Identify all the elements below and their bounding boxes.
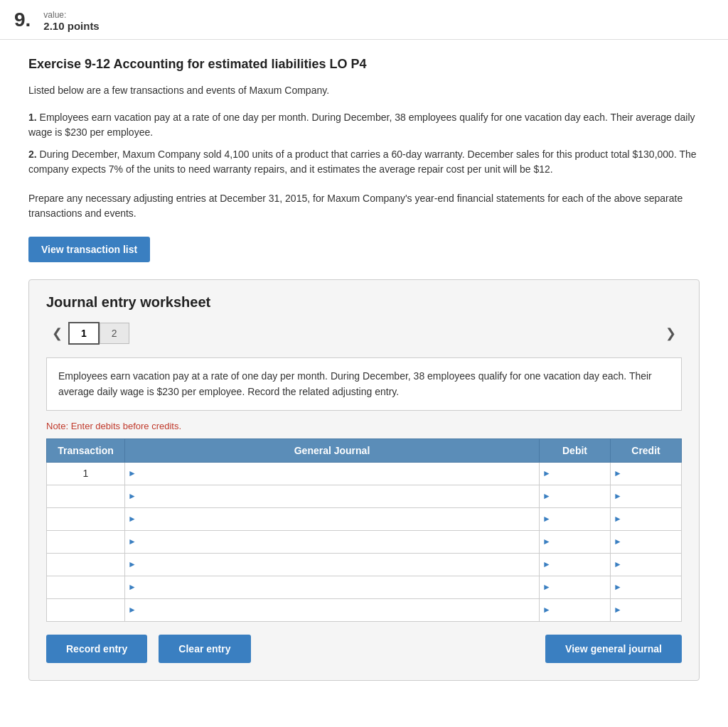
- credit-arrow-icon: ►: [614, 605, 622, 615]
- col-header-credit: Credit: [611, 438, 682, 462]
- journal-input-cell[interactable]: ►: [125, 553, 540, 576]
- record-entry-button[interactable]: Record entry: [46, 635, 147, 663]
- credit-input-cell[interactable]: ►: [611, 598, 682, 621]
- transaction-text-2: During December, Maxum Company sold 4,10…: [28, 149, 697, 175]
- credit-arrow-icon: ►: [614, 491, 622, 501]
- transaction-cell: [47, 507, 125, 530]
- question-number: 9.: [14, 10, 31, 30]
- credit-arrow-icon: ►: [614, 582, 622, 592]
- view-transaction-button[interactable]: View transaction list: [28, 237, 150, 262]
- journal-input[interactable]: [125, 508, 539, 530]
- journal-input-cell[interactable]: ►: [125, 462, 540, 485]
- transactions-list: 1. Employees earn vacation pay at a rate…: [28, 110, 700, 177]
- intro-text: Listed below are a few transactions and …: [28, 85, 700, 96]
- journal-table: Transaction General Journal Debit Credit…: [46, 438, 682, 622]
- debit-input-cell[interactable]: ►: [540, 462, 611, 485]
- journal-input-cell[interactable]: ►: [125, 530, 540, 553]
- journal-arrow-icon: ►: [128, 468, 136, 478]
- action-buttons: Record entry Clear entry View general jo…: [46, 635, 682, 663]
- journal-input[interactable]: [125, 463, 539, 485]
- journal-arrow-icon: ►: [128, 582, 136, 592]
- debit-arrow-icon: ►: [542, 514, 551, 524]
- journal-input[interactable]: [125, 599, 539, 621]
- prev-tab-button[interactable]: ❮: [46, 323, 68, 344]
- col-header-debit: Debit: [540, 438, 611, 462]
- main-content: Exercise 9-12 Accounting for estimated l…: [0, 40, 728, 702]
- debit-arrow-icon: ►: [542, 559, 551, 569]
- credit-input-cell[interactable]: ►: [611, 507, 682, 530]
- transaction-number-1: 1.: [28, 112, 37, 123]
- transaction-text-1: Employees earn vacation pay at a rate of…: [28, 112, 695, 138]
- worksheet-title: Journal entry worksheet: [46, 294, 682, 311]
- col-header-transaction: Transaction: [47, 438, 125, 462]
- view-general-journal-button[interactable]: View general journal: [545, 635, 682, 663]
- exercise-title: Exercise 9-12 Accounting for estimated l…: [28, 57, 700, 72]
- note-text: Note: Enter debits before credits.: [46, 421, 682, 431]
- journal-input-cell[interactable]: ►: [125, 485, 540, 507]
- journal-input-cell[interactable]: ►: [125, 576, 540, 598]
- transaction-cell: [47, 553, 125, 576]
- transaction-description: Employees earn vacation pay at a rate of…: [46, 357, 682, 411]
- prepare-text: Prepare any necessary adjusting entries …: [28, 191, 700, 221]
- table-row: ►►►: [47, 530, 682, 553]
- credit-arrow-icon: ►: [614, 514, 622, 524]
- transaction-number-2: 2.: [28, 149, 37, 160]
- table-row: ►►►: [47, 485, 682, 507]
- value-label: value:: [43, 10, 99, 20]
- journal-input-cell[interactable]: ►: [125, 507, 540, 530]
- credit-input-cell[interactable]: ►: [611, 576, 682, 598]
- transaction-cell: 1: [47, 462, 125, 485]
- journal-input[interactable]: [125, 576, 539, 598]
- table-row: ►►►: [47, 507, 682, 530]
- table-row: 1►►►: [47, 462, 682, 485]
- table-row: ►►►: [47, 598, 682, 621]
- journal-arrow-icon: ►: [128, 605, 136, 615]
- debit-input-cell[interactable]: ►: [540, 553, 611, 576]
- list-item: 1. Employees earn vacation pay at a rate…: [28, 110, 700, 140]
- transaction-cell: [47, 576, 125, 598]
- transaction-cell: [47, 485, 125, 507]
- credit-input-cell[interactable]: ►: [611, 530, 682, 553]
- journal-arrow-icon: ►: [128, 559, 136, 569]
- tab-1-button[interactable]: 1: [68, 322, 100, 345]
- journal-input[interactable]: [125, 485, 539, 507]
- debit-input-cell[interactable]: ►: [540, 530, 611, 553]
- journal-input[interactable]: [125, 531, 539, 553]
- tab-2-button[interactable]: 2: [100, 323, 129, 344]
- transaction-cell: [47, 598, 125, 621]
- debit-arrow-icon: ►: [542, 582, 551, 592]
- question-header: 9. value: 2.10 points: [0, 0, 728, 40]
- tab-nav: ❮ 1 2 ❯: [46, 322, 682, 345]
- table-row: ►►►: [47, 576, 682, 598]
- debit-input-cell[interactable]: ►: [540, 485, 611, 507]
- debit-input-cell[interactable]: ►: [540, 507, 611, 530]
- journal-arrow-icon: ►: [128, 491, 136, 501]
- points-value: 2.10 points: [43, 20, 99, 32]
- list-item: 2. During December, Maxum Company sold 4…: [28, 147, 700, 177]
- table-header-row: Transaction General Journal Debit Credit: [47, 438, 682, 462]
- credit-input-cell[interactable]: ►: [611, 485, 682, 507]
- clear-entry-button[interactable]: Clear entry: [159, 635, 250, 663]
- debit-input-cell[interactable]: ►: [540, 598, 611, 621]
- debit-arrow-icon: ►: [542, 468, 551, 478]
- credit-arrow-icon: ►: [614, 559, 622, 569]
- debit-arrow-icon: ►: [542, 491, 551, 501]
- journal-input-cell[interactable]: ►: [125, 598, 540, 621]
- credit-input-cell[interactable]: ►: [611, 553, 682, 576]
- transaction-cell: [47, 530, 125, 553]
- next-tab-button[interactable]: ❯: [660, 323, 682, 344]
- worksheet-container: Journal entry worksheet ❮ 1 2 ❯ Employee…: [28, 279, 700, 681]
- table-row: ►►►: [47, 553, 682, 576]
- journal-arrow-icon: ►: [128, 537, 136, 546]
- debit-arrow-icon: ►: [542, 605, 551, 615]
- credit-input-cell[interactable]: ►: [611, 462, 682, 485]
- journal-input[interactable]: [125, 554, 539, 576]
- debit-input-cell[interactable]: ►: [540, 576, 611, 598]
- debit-arrow-icon: ►: [542, 537, 551, 546]
- journal-arrow-icon: ►: [128, 514, 136, 524]
- credit-arrow-icon: ►: [614, 537, 622, 546]
- question-meta: value: 2.10 points: [43, 10, 99, 32]
- col-header-journal: General Journal: [125, 438, 540, 462]
- credit-arrow-icon: ►: [614, 468, 622, 478]
